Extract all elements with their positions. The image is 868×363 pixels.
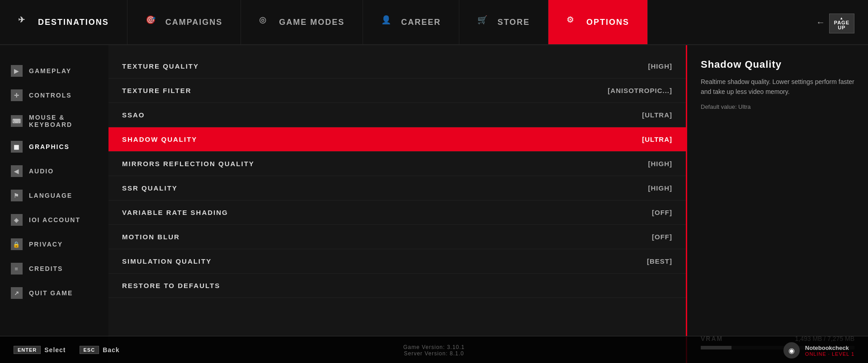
- user-info: ◉ Notebookcheck ONLINE · LEVEL 1: [783, 342, 854, 358]
- settings-panel: TEXTURE QUALITY [HIGH] TEXTURE FILTER [A…: [108, 45, 687, 363]
- sidebar-item-ioi-account[interactable]: ◈ IOI ACCOUNT: [0, 208, 108, 232]
- nav-campaigns[interactable]: 🎯 CAMPAIGNS: [127, 0, 241, 44]
- setting-texture-quality[interactable]: TEXTURE QUALITY [HIGH]: [108, 54, 686, 79]
- nav-store[interactable]: 🛒 STORE: [459, 0, 548, 44]
- info-default: Default value: Ultra: [701, 103, 854, 110]
- page-up-button[interactable]: ▲ PAGE UP: [829, 14, 854, 33]
- bottom-bar: ENTER Select ESC Back Game Version: 3.10…: [0, 336, 868, 363]
- quit-game-icon: ↗: [11, 287, 23, 299]
- sidebar-item-graphics[interactable]: ▦ GRAPHICS: [0, 135, 108, 159]
- user-details: Notebookcheck ONLINE · LEVEL 1: [805, 344, 854, 357]
- sidebar-item-gameplay[interactable]: ▶ GAMEPLAY: [0, 59, 108, 83]
- user-name: Notebookcheck: [805, 344, 854, 351]
- nav-destinations[interactable]: ✈ DESTINATIONS: [0, 0, 127, 44]
- info-title: Shadow Quality: [701, 59, 854, 70]
- setting-texture-filter[interactable]: TEXTURE FILTER [ANISOTROPIC...]: [108, 79, 686, 103]
- setting-mirrors-reflection-quality[interactable]: MIRRORS REFLECTION QUALITY [HIGH]: [108, 152, 686, 176]
- sidebar-item-language[interactable]: ⚑ LANGUAGE: [0, 183, 108, 208]
- nav-career[interactable]: 👤 CAREER: [363, 0, 459, 44]
- version-info: Game Version: 3.10.1 Server Version: 8.1…: [403, 344, 465, 357]
- version-line1: Game Version: 3.10.1: [403, 344, 465, 350]
- setting-ssao[interactable]: SSAO [ULTRA]: [108, 103, 686, 127]
- enter-key-badge: ENTER: [14, 346, 41, 354]
- career-icon: 👤: [381, 15, 396, 29]
- audio-icon: ◀: [11, 165, 23, 177]
- mouse-keyboard-icon: ⌨: [11, 115, 23, 127]
- destinations-icon: ✈: [18, 15, 33, 29]
- setting-simulation-quality[interactable]: SIMULATION QUALITY [BEST]: [108, 249, 686, 274]
- sidebar-item-audio[interactable]: ◀ AUDIO: [0, 159, 108, 183]
- select-label: Select: [44, 346, 66, 354]
- setting-ssr-quality[interactable]: SSR QUALITY [HIGH]: [108, 176, 686, 200]
- language-icon: ⚑: [11, 190, 23, 201]
- setting-shadow-quality[interactable]: SHADOW QUALITY [ULTRA]: [108, 127, 686, 152]
- options-icon: ⚙: [566, 15, 581, 29]
- back-button[interactable]: ←: [816, 17, 825, 28]
- setting-restore-defaults[interactable]: RESTORE TO DEFAULTS: [108, 274, 686, 298]
- sidebar-item-controls[interactable]: ✛ CONTROLS: [0, 83, 108, 107]
- enter-control: ENTER Select: [14, 346, 66, 354]
- top-navigation: ✈ DESTINATIONS 🎯 CAMPAIGNS ◎ GAME MODES …: [0, 0, 868, 45]
- game-modes-icon: ◎: [259, 15, 274, 29]
- setting-variable-rate-shading[interactable]: VARIABLE RATE SHADING [OFF]: [108, 200, 686, 225]
- user-status: ONLINE · LEVEL 1: [805, 351, 854, 357]
- info-panel: Shadow Quality Realtime shadow quality. …: [687, 45, 868, 363]
- sidebar-item-quit-game[interactable]: ↗ QUIT GAME: [0, 281, 108, 305]
- ioi-account-icon: ◈: [11, 214, 23, 226]
- setting-motion-blur[interactable]: MOTION BLUR [OFF]: [108, 225, 686, 249]
- version-line2: Server Version: 8.1.0: [403, 350, 465, 357]
- sidebar-item-mouse-keyboard[interactable]: ⌨ MOUSE & KEYBOARD: [0, 107, 108, 135]
- nav-game-modes[interactable]: ◎ GAME MODES: [241, 0, 363, 44]
- esc-control: ESC Back: [80, 346, 120, 354]
- privacy-icon: 🔒: [11, 238, 23, 250]
- sidebar-item-credits[interactable]: ≡ CREDITS: [0, 256, 108, 281]
- sidebar-item-privacy[interactable]: 🔒 PRIVACY: [0, 232, 108, 256]
- nav-options[interactable]: ⚙ OPTIONS: [548, 0, 648, 44]
- controls-icon: ✛: [11, 89, 23, 101]
- info-description: Realtime shadow quality. Lower settings …: [701, 77, 854, 97]
- store-icon: 🛒: [477, 15, 492, 29]
- campaigns-icon: 🎯: [146, 15, 160, 29]
- graphics-icon: ▦: [11, 141, 23, 153]
- gameplay-icon: ▶: [11, 65, 23, 77]
- main-content: ▶ GAMEPLAY ✛ CONTROLS ⌨ MOUSE & KEYBOARD…: [0, 45, 868, 363]
- esc-key-badge: ESC: [80, 346, 99, 354]
- user-avatar: ◉: [783, 342, 800, 358]
- credits-icon: ≡: [11, 263, 23, 275]
- sidebar: ▶ GAMEPLAY ✛ CONTROLS ⌨ MOUSE & KEYBOARD…: [0, 45, 108, 363]
- back-label: Back: [103, 346, 119, 354]
